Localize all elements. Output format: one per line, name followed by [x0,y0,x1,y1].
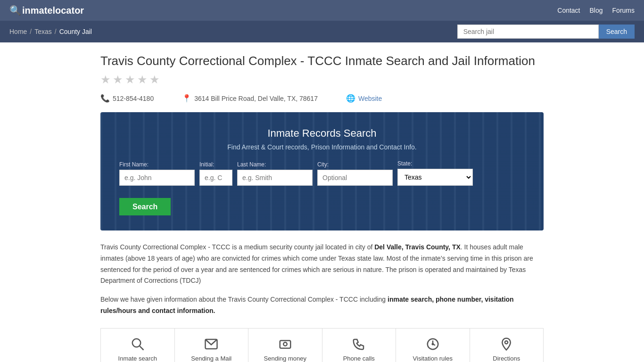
bottom-icon-label-visitation-rules: Visitation rules [413,355,453,362]
bottom-icon-inmate-search[interactable]: Inmate search [101,329,175,362]
city-label: City: [317,161,393,168]
last-name-group: Last Name: [237,161,313,186]
star-1: ★ [100,73,111,86]
desc-p2-start: Below we have given information about th… [100,296,388,303]
breadcrumb-home[interactable]: Home [9,28,27,35]
jail-search-button[interactable]: Search [599,25,635,39]
forums-link[interactable]: Forums [612,7,635,14]
address-info: 📍 3614 Bill Price Road, Del Valle, TX, 7… [182,94,318,103]
blog-link[interactable]: Blog [590,7,603,14]
bottom-icon-label-phone-calls: Phone calls [343,355,375,362]
breadcrumb-current: County Jail [59,28,92,35]
phone-icon [352,337,366,351]
initial-input[interactable] [199,170,232,186]
inmate-search-form: First Name: Initial: Last Name: City: St… [119,160,525,215]
breadcrumb: Home / Texas / County Jail [9,28,92,35]
jail-search-bar: Search [457,25,635,39]
sep2: / [55,28,57,35]
phone-info: 📞 512-854-4180 [100,94,154,103]
bottom-icon-sending-mail[interactable]: Sending a Mail [175,329,249,362]
inmate-search-button[interactable]: Search [119,198,171,215]
search-icon [131,337,145,351]
bottom-icon-directions[interactable]: Directions [470,329,544,362]
star-3: ★ [125,73,135,86]
initial-label: Initial: [199,161,232,168]
top-nav-links: Contact Blog Forums [557,7,635,14]
sep1: / [30,28,32,35]
bottom-icon-sending-money[interactable]: Sending money [248,329,322,362]
svg-point-7 [432,344,434,345]
initial-group: Initial: [199,161,232,186]
last-name-input[interactable] [237,170,313,186]
contact-link[interactable]: Contact [557,7,580,14]
website-link[interactable]: Website [358,95,382,102]
bottom-icons: Inmate search Sending a Mail Sending mon… [100,328,544,362]
city-input[interactable] [317,170,393,186]
sub-nav: Home / Texas / County Jail Search [0,21,644,42]
search-banner: Inmate Records Search Find Arrest & Cour… [100,112,544,230]
bottom-icon-visitation-rules[interactable]: Visitation rules [396,329,470,362]
money-icon [278,337,292,351]
bottom-icon-label-directions: Directions [493,355,520,362]
main-content: Travis County Correctional Complex - TCC… [91,42,553,362]
description-para1: Travis County Correctional Complex - TCC… [100,242,544,287]
page-title: Travis County Correctional Complex - TCC… [100,54,544,68]
pin-icon [499,337,513,351]
phone-icon: 📞 [100,94,110,103]
location-icon: 📍 [182,94,191,103]
state-label: State: [397,160,473,167]
jail-search-input[interactable] [457,25,599,39]
bottom-icon-label-sending-mail: Sending a Mail [191,355,231,362]
address-text: 3614 Bill Price Road, Del Valle, TX, 786… [194,95,318,102]
banner-subtitle: Find Arrest & Court records, Prison Info… [119,143,525,151]
svg-point-4 [283,342,287,346]
phone-number: 512-854-4180 [113,95,154,102]
logo-text: inmatelocator [22,5,84,16]
bottom-icon-label-sending-money: Sending money [264,355,306,362]
last-name-label: Last Name: [237,161,313,168]
svg-rect-3 [280,340,291,348]
first-name-input[interactable] [119,170,195,186]
globe-icon: 🌐 [346,94,355,103]
banner-title: Inmate Records Search [119,127,525,140]
svg-line-1 [140,346,143,350]
top-nav: 🔍 inmatelocator Contact Blog Forums [0,0,644,21]
breadcrumb-texas[interactable]: Texas [34,28,52,35]
star-5: ★ [149,73,160,86]
website-info: 🌐 Website [346,94,382,103]
info-row: 📞 512-854-4180 📍 3614 Bill Price Road, D… [100,94,544,103]
logo-icon: 🔍 [9,5,21,16]
first-name-group: First Name: [119,161,195,186]
description-para2: Below we have given information about th… [100,294,544,317]
desc-p1-bold: Del Valle, Travis County, TX [374,243,461,251]
star-4: ★ [137,73,148,86]
bottom-icon-phone-calls[interactable]: Phone calls [322,329,396,362]
svg-point-8 [505,341,508,344]
city-group: City: [317,161,393,186]
clock-icon [426,337,440,351]
star-2: ★ [113,73,123,86]
state-group: State: AlabamaAlaskaArizonaArkansasCalif… [397,160,473,186]
first-name-label: First Name: [119,161,195,168]
state-select[interactable]: AlabamaAlaskaArizonaArkansasCaliforniaCo… [397,169,473,186]
desc-p1-start: Travis County Correctional Complex - TCC… [100,243,374,251]
mail-icon [204,337,218,351]
star-rating[interactable]: ★ ★ ★ ★ ★ [100,73,544,86]
bottom-icon-label-inmate-search: Inmate search [118,355,157,362]
logo[interactable]: 🔍 inmatelocator [9,5,84,16]
svg-point-0 [132,339,141,347]
